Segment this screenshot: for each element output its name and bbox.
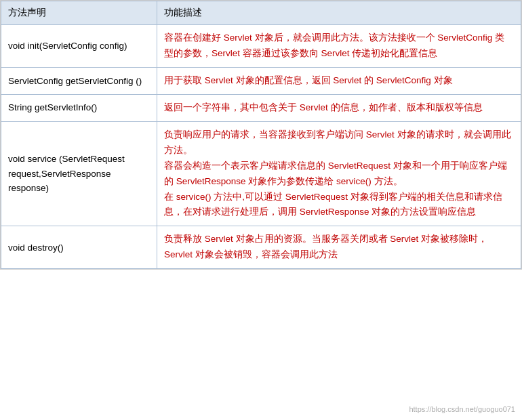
method-signature: void init(ServletConfig config) — [8, 41, 127, 51]
table-row: void destroy()负责释放 Servlet 对象占用的资源。当服务器关… — [1, 226, 521, 269]
description-cell: 负责释放 Servlet 对象占用的资源。当服务器关闭或者 Servlet 对象… — [157, 226, 521, 269]
method-signature: String getServletInfo() — [8, 102, 97, 112]
description-text: 用于获取 Servlet 对象的配置信息，返回 Servlet 的 Servle… — [164, 75, 453, 85]
table-row: void init(ServletConfig config)容器在创建好 Se… — [1, 25, 521, 68]
description-cell: 容器在创建好 Servlet 对象后，就会调用此方法。该方法接收一个 Servl… — [157, 25, 521, 68]
servlet-methods-table: 方法声明 功能描述 void init(ServletConfig config… — [0, 0, 522, 270]
table-row: void service (ServletRequest request,Ser… — [1, 121, 521, 226]
description-cell: 返回一个字符串，其中包含关于 Servlet 的信息，如作者、版本和版权等信息 — [157, 94, 521, 121]
description-cell: 负责响应用户的请求，当容器接收到客户端访问 Servlet 对象的请求时，就会调… — [157, 121, 521, 226]
method-cell: void destroy() — [1, 226, 157, 269]
description-text: 容器在创建好 Servlet 对象后，就会调用此方法。该方法接收一个 Servl… — [164, 33, 504, 58]
table-row: String getServletInfo()返回一个字符串，其中包含关于 Se… — [1, 94, 521, 121]
table-row: ServletConfig getServletConfig ()用于获取 Se… — [1, 67, 521, 94]
watermark: https://blog.csdn.net/guoguo071 — [409, 405, 515, 413]
method-signature: void service (ServletRequest request,Ser… — [8, 154, 125, 193]
description-text: 负责释放 Servlet 对象占用的资源。当服务器关闭或者 Servlet 对象… — [164, 234, 487, 259]
description-text: 返回一个字符串，其中包含关于 Servlet 的信息，如作者、版本和版权等信息 — [164, 102, 483, 112]
method-cell: ServletConfig getServletConfig () — [1, 67, 157, 94]
method-cell: void init(ServletConfig config) — [1, 25, 157, 68]
header-method: 方法声明 — [1, 1, 157, 25]
method-cell: String getServletInfo() — [1, 94, 157, 121]
method-cell: void service (ServletRequest request,Ser… — [1, 121, 157, 226]
description-cell: 用于获取 Servlet 对象的配置信息，返回 Servlet 的 Servle… — [157, 67, 521, 94]
description-text: 负责响应用户的请求，当容器接收到客户端访问 Servlet 对象的请求时，就会调… — [164, 129, 511, 217]
header-description: 功能描述 — [157, 1, 521, 25]
method-signature: ServletConfig getServletConfig () — [8, 76, 142, 86]
method-signature: void destroy() — [8, 243, 64, 253]
